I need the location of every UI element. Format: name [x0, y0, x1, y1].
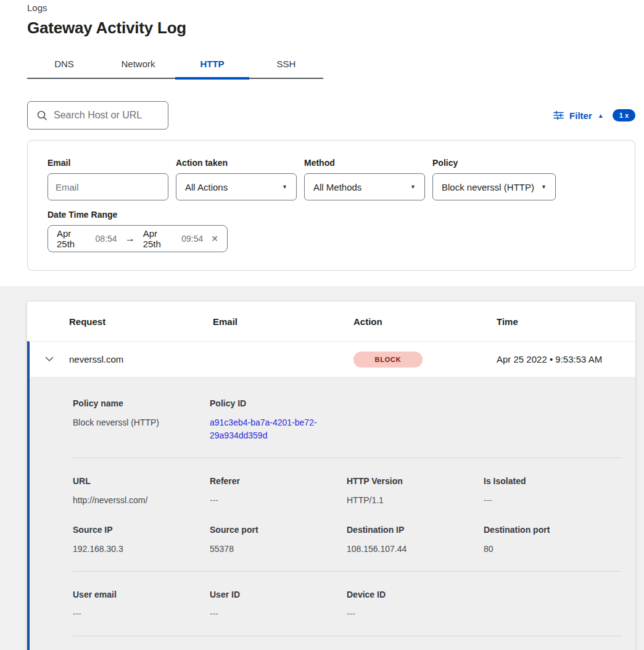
policy-label: Policy: [432, 158, 556, 168]
http-details-section: URL http://neverssl.com/ Referer --- HTT…: [73, 458, 635, 571]
detail-field: HTTP Version HTTP/1.1: [347, 476, 484, 507]
table-header-row: Request Email Action Time: [27, 302, 635, 341]
date-range-label: Date Time Range: [47, 210, 635, 220]
filter-count-badge[interactable]: 1 x: [613, 109, 635, 121]
request-column-header: Request: [69, 316, 213, 327]
log-table: Request Email Action Time neverssl.com B…: [27, 302, 635, 650]
detail-field: Referer ---: [210, 476, 347, 507]
filter-panel: Email Action taken All Actions ▼ Method …: [27, 140, 635, 271]
method-value: All Methods: [313, 182, 361, 192]
method-select[interactable]: All Methods ▼: [304, 173, 425, 200]
filter-toggle[interactable]: Filter: [569, 110, 592, 121]
detail-field: User ID ---: [210, 590, 347, 620]
range-start-date[interactable]: Apr 25th: [57, 228, 90, 249]
page-title: Gateway Activity Log: [27, 19, 635, 38]
search-box[interactable]: [27, 101, 168, 130]
chevron-down-icon: ▼: [410, 184, 416, 190]
detail-field: Source IP 192.168.30.3: [73, 525, 210, 556]
policy-value: Block neverssl (HTTP): [442, 182, 534, 192]
tab-ssh[interactable]: SSH: [249, 52, 323, 78]
user-details-section: User email --- User ID --- Device ID ---: [73, 572, 635, 636]
email-column-header: Email: [213, 316, 353, 327]
page-header: Logs Gateway Activity Log DNS Network HT…: [0, 0, 644, 271]
range-start-time[interactable]: 08:54: [96, 234, 117, 244]
detail-field: Source port 55378: [210, 525, 347, 556]
chevron-down-icon: ▼: [541, 184, 547, 190]
detail-field: User email ---: [73, 590, 210, 620]
action-taken-filter: Action taken All Actions ▼: [176, 158, 297, 200]
row-request-value: neverssl.com: [69, 354, 213, 364]
detail-field: Destination IP 108.156.107.44: [347, 525, 484, 556]
range-end-time[interactable]: 09:54: [181, 234, 203, 244]
date-range-picker[interactable]: Apr 25th 08:54 → Apr 25th 09:54 ✕: [47, 225, 228, 252]
policy-name-label: Policy name: [73, 398, 210, 408]
filter-sliders-icon: [553, 110, 564, 120]
search-icon: [36, 110, 47, 121]
policy-name-value: Block neverssl (HTTP): [73, 416, 210, 429]
range-end-date[interactable]: Apr 25th: [143, 228, 176, 249]
row-expand-chevron-icon[interactable]: [42, 352, 57, 367]
row-time-value: Apr 25 2022 • 9:53:53 AM: [497, 354, 635, 364]
active-tab-indicator: [175, 77, 249, 80]
policy-id-field: Policy ID a91c3eb4-ba7a-4201-be72-29a934…: [210, 398, 395, 442]
detail-field: URL http://neverssl.com/: [73, 476, 210, 507]
action-taken-value: All Actions: [185, 182, 228, 192]
log-table-section: Request Email Action Time neverssl.com B…: [0, 286, 644, 650]
policy-name-field: Policy name Block neverssl (HTTP): [73, 398, 210, 442]
clear-date-range-icon[interactable]: ✕: [211, 234, 218, 244]
email-filter-label: Email: [47, 158, 168, 168]
row-details-panel: Policy name Block neverssl (HTTP) Policy…: [27, 377, 635, 650]
search-input[interactable]: [54, 110, 160, 121]
table-row[interactable]: neverssl.com BLOCK Apr 25 2022 • 9:53:53…: [27, 341, 635, 377]
tab-bar: DNS Network HTTP SSH: [27, 52, 323, 79]
email-filter: Email: [47, 158, 168, 200]
action-column-header: Action: [353, 316, 497, 327]
detail-field: Is Isolated ---: [484, 476, 621, 507]
tab-dns[interactable]: DNS: [27, 52, 101, 78]
method-filter: Method All Methods ▼: [304, 158, 425, 200]
arrow-right-icon: →: [125, 233, 135, 244]
policy-select[interactable]: Block neverssl (HTTP) ▼: [432, 173, 556, 200]
email-filter-input[interactable]: [47, 173, 168, 200]
policy-filter: Policy Block neverssl (HTTP) ▼: [432, 158, 556, 200]
tab-network[interactable]: Network: [101, 52, 175, 78]
detail-field: Destination port 80: [484, 525, 621, 556]
policy-id-label: Policy ID: [210, 398, 395, 408]
action-taken-select[interactable]: All Actions ▼: [176, 173, 297, 200]
chevron-down-icon: ▼: [282, 184, 287, 190]
collapse-caret-icon[interactable]: ▲: [598, 112, 604, 119]
time-column-header: Time: [497, 316, 635, 327]
detail-field: Device ID ---: [347, 590, 484, 620]
policy-id-link[interactable]: a91c3eb4-ba7a-4201-be72-29a934dd359d: [210, 416, 331, 442]
block-status-badge: BLOCK: [353, 352, 423, 368]
tab-http[interactable]: HTTP: [175, 52, 249, 78]
method-label: Method: [304, 158, 425, 168]
details-footer: View domain details in Radar →: [73, 636, 635, 650]
search-filter-row: Filter ▲ 1 x: [27, 101, 635, 130]
policy-details-section: Policy name Block neverssl (HTTP) Policy…: [73, 377, 635, 458]
action-taken-label: Action taken: [176, 158, 297, 168]
date-time-range-filter: Date Time Range Apr 25th 08:54 → Apr 25t…: [47, 210, 635, 252]
filter-controls: Filter ▲ 1 x: [553, 109, 635, 121]
breadcrumb[interactable]: Logs: [27, 2, 635, 13]
